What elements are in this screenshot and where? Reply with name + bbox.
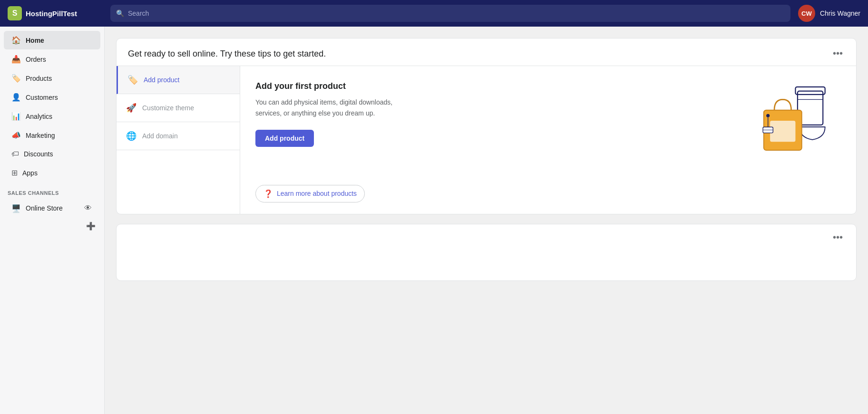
search-icon: 🔍: [116, 10, 124, 17]
sidebar-item-apps[interactable]: ⊞ Apps: [4, 164, 100, 182]
step-item-customize-theme[interactable]: 🚀 Customize theme: [117, 94, 240, 122]
search-bar[interactable]: 🔍: [110, 5, 790, 22]
sidebar-item-label: Discounts: [24, 150, 53, 158]
sidebar-item-home[interactable]: 🏠 Home: [4, 31, 100, 49]
step-label: Add product: [144, 76, 180, 84]
sales-channels-label: SALES CHANNELS: [0, 183, 104, 198]
sidebar-item-analytics[interactable]: 📊 Analytics: [4, 107, 100, 125]
sidebar-item-label: Marketing: [26, 132, 55, 139]
sidebar-item-label: Home: [26, 37, 44, 44]
steps-list: 🏷️ Add product 🚀 Customize theme 🌐 Add d…: [117, 66, 240, 214]
brand-name: HostingPillTest: [26, 10, 77, 18]
sidebar-item-label: Apps: [22, 169, 38, 177]
online-store-icon: 🖥️: [11, 204, 21, 213]
online-store-label: Online Store: [26, 204, 63, 212]
add-product-button[interactable]: Add product: [255, 130, 314, 147]
sidebar-item-label: Orders: [26, 56, 46, 63]
brand-area: S HostingPillTest: [8, 6, 103, 20]
top-navigation: S HostingPillTest 🔍 CW Chris Wagner: [0, 0, 868, 27]
card-header: Get ready to sell online. Try these tips…: [117, 39, 856, 66]
learn-more-label: Learn more about products: [277, 190, 357, 197]
home-icon: 🏠: [11, 36, 21, 45]
eye-icon[interactable]: 👁: [83, 203, 93, 213]
add-product-step-icon: 🏷️: [127, 75, 138, 85]
sidebar-item-label: Analytics: [26, 113, 52, 120]
second-card-menu-button[interactable]: •••: [831, 232, 845, 273]
sidebar-item-marketing[interactable]: 📣 Marketing: [4, 126, 100, 144]
sidebar-item-customers[interactable]: 👤 Customers: [4, 88, 100, 106]
sidebar-item-online-store[interactable]: 🖥️ Online Store 👁: [4, 198, 100, 218]
getting-started-card: Get ready to sell online. Try these tips…: [116, 38, 857, 214]
customers-icon: 👤: [11, 93, 21, 102]
learn-more-area: ❓ Learn more about products: [255, 185, 746, 202]
analytics-icon: 📊: [11, 112, 21, 121]
sidebar-item-products[interactable]: 🏷️ Products: [4, 69, 100, 87]
card-title: Get ready to sell online. Try these tips…: [128, 48, 326, 60]
apps-icon: ⊞: [11, 168, 18, 177]
svg-rect-6: [770, 121, 795, 142]
sidebar-item-discounts[interactable]: 🏷 Discounts: [4, 145, 100, 163]
step-item-add-product[interactable]: 🏷️ Add product: [117, 66, 240, 94]
add-domain-step-icon: 🌐: [126, 131, 137, 141]
step-content-title: Add your first product: [255, 81, 746, 91]
step-label: Customize theme: [142, 104, 194, 112]
step-label: Add domain: [142, 132, 178, 140]
discounts-icon: 🏷: [11, 150, 19, 158]
card-menu-button[interactable]: •••: [831, 48, 845, 59]
main-content: Get ready to sell online. Try these tips…: [105, 27, 868, 414]
online-store-left: 🖥️ Online Store: [11, 204, 63, 213]
main-layout: 🏠 Home 📥 Orders 🏷️ Products 👤 Customers …: [0, 27, 868, 414]
user-area: CW Chris Wagner: [798, 5, 860, 22]
search-input[interactable]: [128, 10, 785, 17]
sidebar: 🏠 Home 📥 Orders 🏷️ Products 👤 Customers …: [0, 27, 105, 414]
sidebar-item-label: Customers: [26, 94, 58, 101]
user-name: Chris Wagner: [820, 10, 860, 17]
second-card: •••: [116, 224, 857, 281]
sidebar-item-label: Products: [26, 75, 52, 82]
shopify-logo: S: [8, 6, 22, 20]
step-content-description: You can add physical items, digital down…: [255, 97, 408, 118]
add-channel-icon[interactable]: ➕: [85, 221, 97, 231]
products-icon: 🏷️: [11, 74, 21, 83]
step-item-add-domain[interactable]: 🌐 Add domain: [117, 122, 240, 150]
learn-more-button[interactable]: ❓ Learn more about products: [255, 185, 365, 202]
orders-icon: 📥: [11, 55, 21, 64]
steps-layout: 🏷️ Add product 🚀 Customize theme 🌐 Add d…: [117, 66, 856, 214]
step-detail-content: Add your first product You can add physi…: [240, 66, 856, 214]
step-text-area: Add your first product You can add physi…: [255, 81, 746, 202]
sidebar-item-orders[interactable]: 📥 Orders: [4, 50, 100, 68]
product-illustration: [746, 74, 841, 159]
marketing-icon: 📣: [11, 131, 21, 140]
question-icon: ❓: [263, 189, 273, 198]
customize-theme-step-icon: 🚀: [126, 103, 137, 113]
avatar[interactable]: CW: [798, 5, 815, 22]
svg-point-7: [766, 114, 770, 117]
